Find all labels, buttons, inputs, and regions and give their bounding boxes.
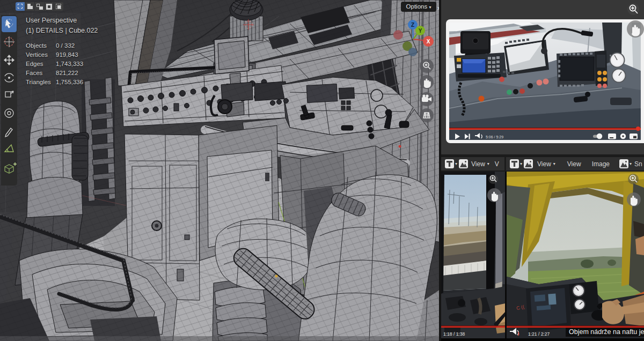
svg-text:Objem nádrže na naftu je 4: Objem nádrže na naftu je 4 [569,328,644,336]
svg-text:5:06 / 5:29: 5:06 / 5:29 [486,135,503,139]
svg-text:1:21 / 2:27: 1:21 / 2:27 [528,331,550,337]
svg-text:X: X [427,39,430,45]
svg-text:Z: Z [411,22,414,28]
svg-text:Y: Y [419,28,422,34]
svg-text:1:18 / 1:38: 1:18 / 1:38 [443,331,465,337]
